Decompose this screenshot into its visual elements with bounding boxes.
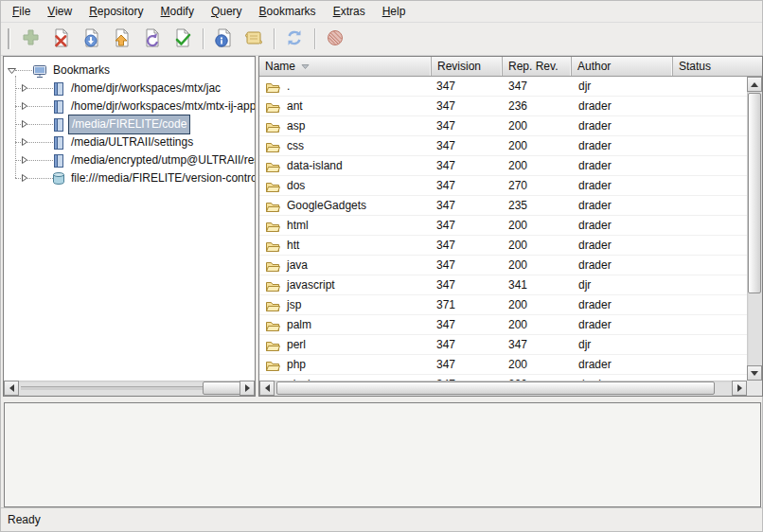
table-row[interactable]: javascript 347 341 djr [259, 275, 747, 295]
table-row[interactable]: htt 347 200 drader [259, 236, 747, 256]
menu-query[interactable]: Query [203, 3, 251, 20]
scroll-right-button[interactable] [732, 381, 747, 396]
revision-cell: 371 [432, 295, 503, 314]
table-row[interactable]: asp 347 200 drader [259, 116, 747, 136]
rep-rev-cell: 200 [503, 116, 572, 135]
menu-extras[interactable]: Extras [325, 3, 374, 20]
expand-triangle-icon[interactable] [21, 84, 28, 92]
tree-item-bookmarks-root[interactable]: Bookmarks [4, 62, 255, 80]
table-row[interactable]: GoogleGadgets 347 235 drader [259, 196, 747, 216]
collapse-triangle-icon[interactable] [8, 67, 16, 75]
scroll-down-button[interactable] [747, 365, 762, 381]
scroll-left-button[interactable] [259, 381, 275, 396]
name-cell: perl [259, 335, 432, 354]
right-arrow-icon [737, 384, 742, 392]
name-cell: data-island [259, 156, 432, 175]
table-row[interactable]: php 347 200 drader [259, 355, 747, 375]
author-cell: djr [572, 275, 673, 294]
revision-cell: 347 [432, 335, 503, 354]
expand-triangle-icon[interactable] [21, 102, 28, 110]
tree-item-bookmark-selected[interactable]: /media/FIRELITE/code [4, 115, 255, 133]
commit-button[interactable] [109, 26, 135, 52]
scrollbar-thumb[interactable] [203, 381, 241, 395]
menu-bar: File View Repository Modify Query Bookma… [1, 1, 762, 23]
menu-modify[interactable]: Modify [152, 3, 203, 20]
folder-icon [265, 278, 280, 293]
tree-item-bookmark[interactable]: /media/encrypted/utmp@ULTRAII/resumes [4, 151, 255, 169]
folder-icon [265, 80, 280, 94]
refresh-button[interactable] [281, 26, 308, 52]
author-cell: drader [572, 355, 673, 374]
name-cell: jsp [259, 295, 432, 314]
table-hscrollbar[interactable] [259, 381, 747, 396]
book-icon [51, 117, 66, 133]
resolve-button[interactable] [169, 26, 196, 52]
stop-button[interactable] [322, 26, 348, 52]
file-name: php [287, 355, 306, 374]
name-cell: html [259, 216, 432, 235]
table-row[interactable]: data-island 347 200 drader [259, 156, 747, 176]
table-row[interactable]: ant 347 236 drader [259, 97, 747, 116]
table-row[interactable]: palm 347 200 drader [259, 315, 747, 335]
table-row[interactable]: html 347 200 drader [259, 216, 747, 236]
app-window: File View Repository Modify Query Bookma… [0, 0, 763, 532]
table-row[interactable]: . 347 347 djr [259, 77, 747, 97]
repository-icon [51, 171, 66, 186]
menu-repository[interactable]: Repository [80, 3, 151, 20]
expand-triangle-icon[interactable] [21, 174, 28, 182]
name-cell: css [259, 136, 432, 155]
expand-triangle-icon[interactable] [21, 120, 28, 128]
book-icon [51, 81, 66, 97]
column-header-revision[interactable]: Revision [432, 57, 503, 76]
tree-item-bookmark[interactable]: /media/ULTRAII/settings [4, 133, 255, 151]
menu-bookmarks[interactable]: Bookmarks [251, 3, 325, 20]
file-name: html [287, 216, 309, 235]
expand-triangle-icon[interactable] [21, 138, 28, 146]
revision-cell: 347 [432, 216, 503, 235]
tree-item-bookmark[interactable]: /home/djr/workspaces/mtx/jac [4, 80, 255, 98]
info-button[interactable] [210, 26, 237, 52]
menu-file[interactable]: File [4, 3, 39, 20]
scroll-up-button[interactable] [747, 77, 762, 92]
refresh-icon [284, 27, 305, 51]
scroll-right-button[interactable] [240, 381, 255, 396]
rep-rev-cell: 200 [503, 355, 572, 374]
rep-rev-cell: 235 [503, 196, 572, 215]
column-header-name[interactable]: Name [259, 57, 432, 76]
table-vscrollbar[interactable] [747, 77, 762, 381]
column-header-author[interactable]: Author [572, 57, 673, 76]
menu-view[interactable]: View [39, 3, 80, 20]
status-cell [673, 116, 747, 135]
table-row[interactable]: perl 347 347 djr [259, 335, 747, 355]
expand-triangle-icon[interactable] [21, 156, 28, 164]
update-button[interactable] [79, 26, 105, 52]
scrollbar-thumb[interactable] [748, 93, 761, 293]
delete-button[interactable] [48, 26, 75, 52]
tree-item-bookmark[interactable]: file:///media/FIRELITE/version-control [4, 169, 255, 187]
scrollbar-thumb[interactable] [276, 381, 715, 395]
folder-icon [265, 298, 280, 312]
name-cell: ant [259, 97, 432, 115]
file-name: javascript [287, 275, 335, 294]
column-header-status[interactable]: Status [673, 57, 762, 76]
menu-help[interactable]: Help [374, 3, 415, 20]
tree-item-bookmark[interactable]: /home/djr/workspaces/mtx/mtx-ij-apps [4, 98, 255, 115]
toolbar-handle[interactable] [8, 28, 10, 49]
file-name: GoogleGadgets [287, 196, 366, 215]
tree-hscrollbar[interactable] [4, 381, 255, 396]
output-panel [4, 402, 761, 507]
column-header-rep-rev[interactable]: Rep. Rev. [503, 57, 572, 76]
table-row[interactable]: dos 347 270 drader [259, 176, 747, 196]
stop-icon [325, 27, 346, 51]
author-cell: djr [572, 335, 673, 354]
status-bar: Ready [1, 507, 762, 531]
table-row[interactable]: css 347 200 drader [259, 136, 747, 156]
table-row[interactable]: jsp 371 200 drader [259, 295, 747, 315]
revert-button[interactable] [139, 26, 166, 52]
name-cell: palm [259, 315, 432, 334]
log-button[interactable] [240, 26, 267, 52]
table-row[interactable]: java 347 200 drader [259, 256, 747, 275]
add-button[interactable] [18, 26, 44, 52]
file-name: jsp [287, 295, 301, 314]
scroll-left-button[interactable] [4, 381, 19, 396]
